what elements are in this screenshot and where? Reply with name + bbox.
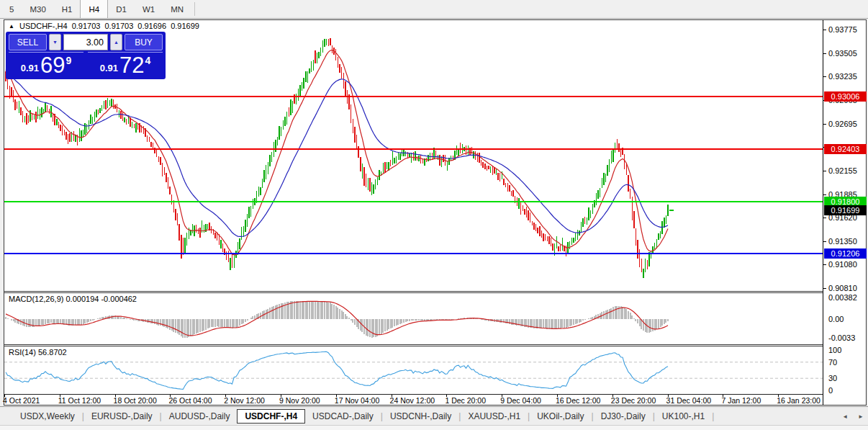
macd-axis-label: 0.00382	[828, 293, 857, 302]
price-axis-label: 0.93505	[828, 49, 857, 58]
chart-tab-ukoil-daily[interactable]: UKOil-,Daily	[530, 409, 591, 424]
timeframe-toolbar: 5M30H1H4D1W1MN	[0, 0, 868, 19]
time-axis-label: 9 Dec 04:00	[500, 396, 541, 405]
chart-tab-audusd-daily[interactable]: AUDUSD-,Daily	[162, 409, 238, 424]
timeframe-button-H4[interactable]: H4	[80, 0, 108, 18]
chart-tab-usdcad-daily[interactable]: USDCAD-,Daily	[305, 409, 381, 424]
time-axis-label: 2 Nov 12:00	[224, 396, 265, 405]
panel-separator	[4, 346, 823, 346]
panel-separator	[4, 344, 823, 345]
time-axis[interactable]: 4 Oct 202111 Oct 12:0018 Oct 20:0026 Oct…	[4, 394, 823, 405]
price-axis-tick	[823, 76, 826, 77]
rsi-value: 56.8702	[38, 348, 67, 357]
time-axis-label: 17 Nov 04:00	[335, 396, 379, 405]
chart-tab-usdchf-h4[interactable]: USDCHF-,H4	[237, 409, 305, 424]
rsi-axis-label: 70	[828, 358, 837, 367]
price-axis-tick	[823, 171, 826, 171]
one-click-trading-panel: SELL ▼ ▲ BUY 0.91699 0.91724	[6, 32, 166, 79]
sell-price-display: 0.91699	[9, 52, 83, 76]
timeframe-button-MN[interactable]: MN	[163, 0, 191, 18]
price-axis-tick	[823, 218, 826, 218]
chart-tab-usdcnh-daily[interactable]: USDCNH-,Daily	[383, 409, 458, 424]
level-price-badge: 0.93006	[824, 91, 867, 102]
rsi-label: RSI(14) 56.8702	[9, 348, 67, 357]
timeframe-button-W1[interactable]: W1	[135, 0, 163, 18]
buy-price-display: 0.91724	[88, 52, 163, 76]
price-axis-label: 0.93235	[828, 72, 857, 81]
price-axis-tick	[823, 241, 826, 242]
time-axis-label: 16 Jan 23:00	[777, 396, 820, 405]
toolbar-separator	[194, 2, 195, 16]
timeframe-button-H1[interactable]: H1	[54, 0, 81, 18]
chart-tab-usdx-weekly[interactable]: USDX,Weekly	[13, 409, 82, 424]
rsi-panel[interactable]	[4, 346, 823, 393]
current-price-badge: 0.91699	[824, 205, 867, 215]
time-axis-label: 16 Dec 12:00	[556, 396, 600, 405]
mt4-window: 5M30H1H4D1W1MN ▲ USDCHF-,H4 0.91703 0.91…	[0, 0, 868, 430]
time-axis-label: 31 Dec 04:00	[666, 396, 711, 405]
price-axis[interactable]: 0.937750.935050.932350.929650.926950.924…	[823, 20, 867, 405]
triangle-up-icon: ▲	[114, 40, 119, 45]
scroll-right-icon[interactable]: ►	[858, 413, 864, 420]
price-axis-tick	[823, 264, 826, 265]
ohlc-high: 0.91703	[105, 22, 134, 30]
triangle-down-icon: ▼	[53, 40, 58, 45]
macd-axis-label: 0.00	[828, 315, 844, 323]
chart-tab-dj30-daily[interactable]: DJ30-,Daily	[594, 409, 653, 424]
price-axis-label: 0.90810	[828, 284, 857, 292]
level-price-badge: 0.91206	[824, 248, 867, 259]
chart-tab-xauusd-h1[interactable]: XAUUSD-,H1	[461, 409, 528, 424]
price-axis-tick	[823, 53, 826, 54]
tab-separator: |	[712, 411, 714, 421]
price-axis-label: 0.92155	[828, 166, 857, 175]
macd-main-value: 0.000194	[65, 295, 99, 303]
timeframe-button-D1[interactable]: D1	[108, 0, 135, 18]
scroll-left-icon[interactable]: ◄	[842, 413, 848, 420]
level-price-badge: 0.92403	[824, 144, 867, 154]
tab-scroll-nav: ◄►	[842, 407, 864, 426]
time-axis-label: 4 Oct 2021	[3, 396, 40, 405]
timeframe-button-M30[interactable]: M30	[22, 0, 53, 18]
price-axis-tick	[823, 124, 826, 125]
chart-tab-uk100-h1[interactable]: UK100-,H1	[655, 409, 712, 424]
rsi-axis-label: 30	[828, 374, 837, 382]
time-axis-label: 9 Nov 20:00	[279, 396, 320, 405]
macd-label: MACD(12,26,9) 0.000194 -0.000462	[9, 295, 137, 303]
time-axis-label: 7 Jan 12:00	[721, 396, 761, 405]
price-axis-tick	[823, 30, 826, 30]
volume-input[interactable]	[63, 34, 108, 50]
time-axis-label: 1 Dec 20:00	[445, 396, 486, 405]
macd-axis-label: -0.0033	[828, 333, 855, 342]
sell-button[interactable]: SELL	[9, 34, 47, 50]
symbol-label: USDCHF-,H4	[19, 22, 68, 30]
price-axis-label: 0.92695	[828, 120, 857, 128]
buy-button[interactable]: BUY	[125, 34, 163, 50]
chart-tab-eurusd-daily[interactable]: EURUSD-,Daily	[84, 409, 160, 424]
time-axis-label: 11 Oct 12:00	[58, 396, 101, 405]
price-axis-label: 0.91350	[828, 237, 857, 246]
chart-tab-bar: USDX,Weekly|EURUSD-,Daily|AUDUSD-,DailyU…	[0, 406, 868, 425]
macd-signal-value: -0.000462	[101, 295, 137, 303]
time-axis-label: 23 Dec 20:00	[611, 396, 656, 405]
rsi-axis-label: 100	[828, 346, 841, 354]
price-axis-label: 0.93775	[828, 25, 857, 34]
time-axis-label: 26 Oct 04:00	[168, 396, 212, 405]
price-axis-tick	[823, 288, 826, 289]
price-axis-label: 0.91080	[828, 260, 857, 269]
time-axis-label: 24 Nov 12:00	[390, 396, 435, 405]
price-axis-tick	[823, 194, 826, 195]
chart-symbol-header: ▲ USDCHF-,H4 0.91703 0.91703 0.91696 0.9…	[9, 22, 202, 30]
status-strip	[0, 425, 868, 430]
ohlc-low: 0.91696	[137, 22, 166, 30]
direction-marker-icon: ▲	[9, 23, 14, 30]
ohlc-close: 0.91699	[171, 22, 199, 30]
panel-separator	[4, 292, 823, 293]
volume-decrease-button[interactable]: ▼	[49, 34, 61, 50]
ohlc-open: 0.91703	[72, 22, 101, 30]
time-axis-label: 18 Oct 20:00	[114, 396, 157, 405]
timeframe-button-5[interactable]: 5	[1, 0, 22, 18]
rsi-axis-label: 0	[828, 386, 833, 395]
volume-increase-button[interactable]: ▲	[110, 34, 122, 50]
panel-separator	[4, 291, 823, 292]
